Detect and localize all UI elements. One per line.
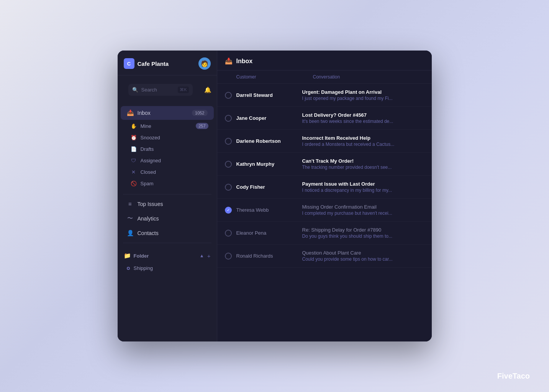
- conv-body-5: Missing Order Confirmation Email I compl…: [302, 204, 424, 216]
- conv-preview-2: I ordered a Monstera but received a Cact…: [302, 142, 424, 147]
- conv-checkbox-6[interactable]: [225, 230, 232, 237]
- conv-item-0[interactable]: Darrell Steward Urgent: Damaged Plant on…: [217, 84, 432, 107]
- conv-preview-0: I just opened my package and found my Fi…: [302, 96, 424, 101]
- sidebar-item-closed[interactable]: ✕ Closed: [125, 167, 214, 178]
- contacts-label: Contacts: [138, 230, 208, 236]
- conv-preview-1: It's been two weeks since the estimated …: [302, 119, 424, 124]
- conv-item-5[interactable]: Theresa Webb Missing Order Confirmation …: [217, 199, 432, 222]
- inbox-badge: 1052: [192, 110, 207, 116]
- analytics-label: Analytics: [138, 216, 208, 222]
- conv-preview-4: I noticed a discrepancy in my billing fo…: [302, 188, 424, 193]
- conv-customer-3: Kathryn Murphy: [236, 161, 298, 167]
- folder-add-icon[interactable]: +: [207, 253, 211, 259]
- search-row: 🔍 Search ⌘K 🔔: [118, 79, 217, 100]
- snoozed-icon: ⏰: [131, 135, 137, 140]
- conv-customer-7: Ronald Richards: [236, 253, 298, 259]
- sidebar-item-inbox[interactable]: 📥 Inbox 1052: [121, 106, 214, 120]
- main-inbox-icon: 📥: [225, 57, 233, 65]
- conv-checkbox-7[interactable]: [225, 253, 232, 260]
- sidebar-item-drafts[interactable]: 📄 Drafts: [125, 144, 214, 155]
- conv-checkbox-0[interactable]: [225, 92, 232, 99]
- conv-subject-3: Can't Track My Order!: [302, 158, 424, 164]
- bell-icon[interactable]: 🔔: [204, 87, 211, 93]
- search-shortcut: ⌘K: [178, 87, 188, 93]
- sidebar-item-contacts[interactable]: 👤 Contacts: [121, 226, 214, 240]
- conv-preview-6: Do you guys think you should ship them t…: [302, 234, 424, 239]
- main-header: 📥 Inbox: [217, 51, 432, 70]
- conv-checkbox-5[interactable]: [225, 207, 232, 214]
- sidebar-footer: 📁 Folder ▲ + Shipping: [118, 245, 217, 278]
- folder-label: Folder: [134, 253, 197, 259]
- conv-body-3: Can't Track My Order! The tracking numbe…: [302, 158, 424, 170]
- fivetaco-branding: FiveTaco: [497, 372, 530, 381]
- sidebar-header: C Cafe Planta 🧑: [118, 51, 217, 75]
- sidebar-item-analytics[interactable]: 〜 Analytics: [121, 211, 214, 225]
- main-content: 📥 Inbox Customer Conversation Darrell St…: [217, 51, 432, 341]
- search-placeholder: Search: [141, 87, 175, 93]
- sidebar-item-snoozed[interactable]: ⏰ Snoozed: [125, 132, 214, 143]
- folder-dot-icon: [127, 267, 130, 270]
- conv-body-6: Re: Shipping Delay for Order #7890 Do yo…: [302, 227, 424, 239]
- sidebar: C Cafe Planta 🧑 🔍 Search ⌘K 🔔 📥 Inbox 10…: [118, 51, 217, 341]
- conv-customer-4: Cody Fisher: [236, 184, 298, 190]
- conv-checkbox-2[interactable]: [225, 138, 232, 145]
- mine-icon: ✋: [131, 123, 137, 129]
- conv-preview-5: I completed my purchase but haven't rece…: [302, 211, 424, 216]
- folder-item-shipping[interactable]: Shipping: [121, 263, 214, 274]
- conv-subject-7: Question About Plant Care: [302, 250, 424, 256]
- sidebar-item-top-issues[interactable]: ≡ Top Issues: [121, 197, 214, 211]
- folder-header: 📁 Folder ▲ +: [118, 249, 217, 262]
- conversation-list: Customer Conversation Darrell Steward Ur…: [217, 70, 432, 341]
- drafts-icon: 📄: [131, 146, 137, 152]
- closed-icon: ✕: [131, 169, 137, 175]
- conv-body-4: Payment Issue with Last Order I noticed …: [302, 181, 424, 193]
- conv-customer-1: Jane Cooper: [236, 115, 298, 121]
- conv-column-headers: Customer Conversation: [217, 70, 432, 84]
- conv-customer-2: Darlene Robertson: [236, 138, 298, 144]
- drafts-label: Drafts: [141, 146, 208, 152]
- search-bar[interactable]: 🔍 Search ⌘K: [128, 84, 193, 96]
- search-icon: 🔍: [132, 87, 138, 93]
- brand: C Cafe Planta: [124, 58, 169, 69]
- conv-item-6[interactable]: Eleanor Pena Re: Shipping Delay for Orde…: [217, 222, 432, 245]
- sidebar-item-spam[interactable]: 🚫 Spam: [125, 178, 214, 189]
- app-window: C Cafe Planta 🧑 🔍 Search ⌘K 🔔 📥 Inbox 10…: [118, 51, 432, 341]
- divider-2: [123, 243, 211, 243]
- conv-customer-0: Darrell Steward: [236, 92, 298, 98]
- folder-expand-icon[interactable]: ▲: [200, 253, 204, 258]
- analytics-icon: 〜: [127, 215, 134, 222]
- closed-label: Closed: [141, 169, 208, 175]
- conv-item-2[interactable]: Darlene Robertson Incorrect Item Receive…: [217, 130, 432, 153]
- assigned-label: Assigned: [141, 158, 208, 163]
- folder-item-label: Shipping: [134, 265, 153, 271]
- conv-checkbox-4[interactable]: [225, 184, 232, 191]
- conv-item-3[interactable]: Kathryn Murphy Can't Track My Order! The…: [217, 153, 432, 176]
- conv-checkbox-1[interactable]: [225, 115, 232, 122]
- sidebar-item-assigned[interactable]: 🛡 Assigned: [125, 155, 214, 166]
- conv-body-1: Lost Delivery? Order #4567 It's been two…: [302, 112, 424, 124]
- folder-icon: 📁: [124, 252, 131, 259]
- inbox-icon: 📥: [127, 109, 134, 116]
- contacts-icon: 👤: [127, 230, 134, 237]
- conv-subject-2: Incorrect Item Received Help: [302, 135, 424, 141]
- top-issues-icon: ≡: [127, 201, 134, 207]
- mine-label: Mine: [141, 123, 192, 129]
- conv-subject-1: Lost Delivery? Order #4567: [302, 112, 424, 118]
- conv-item-4[interactable]: Cody Fisher Payment Issue with Last Orde…: [217, 176, 432, 199]
- brand-name: Cafe Planta: [138, 60, 169, 67]
- conv-checkbox-3[interactable]: [225, 161, 232, 168]
- conv-item-7[interactable]: Ronald Richards Question About Plant Car…: [217, 245, 432, 268]
- nav-section: 📥 Inbox 1052 ✋ Mine 257 ⏰ Snoozed 📄 Draf…: [118, 103, 217, 192]
- top-issues-label: Top Issues: [138, 201, 208, 207]
- sidebar-item-mine[interactable]: ✋ Mine 257: [125, 120, 214, 132]
- conv-customer-6: Eleanor Pena: [236, 230, 298, 236]
- divider-1: [123, 194, 211, 194]
- conv-subject-4: Payment Issue with Last Order: [302, 181, 424, 187]
- conv-item-1[interactable]: Jane Cooper Lost Delivery? Order #4567 I…: [217, 107, 432, 130]
- conv-preview-7: Could you provide some tips on how to ca…: [302, 256, 424, 262]
- col-header-customer: Customer: [236, 74, 313, 80]
- avatar[interactable]: 🧑: [198, 57, 211, 70]
- brand-icon: C: [124, 58, 134, 69]
- conv-body-0: Urgent: Damaged Plant on Arrival I just …: [302, 89, 424, 101]
- conv-customer-5: Theresa Webb: [236, 207, 298, 213]
